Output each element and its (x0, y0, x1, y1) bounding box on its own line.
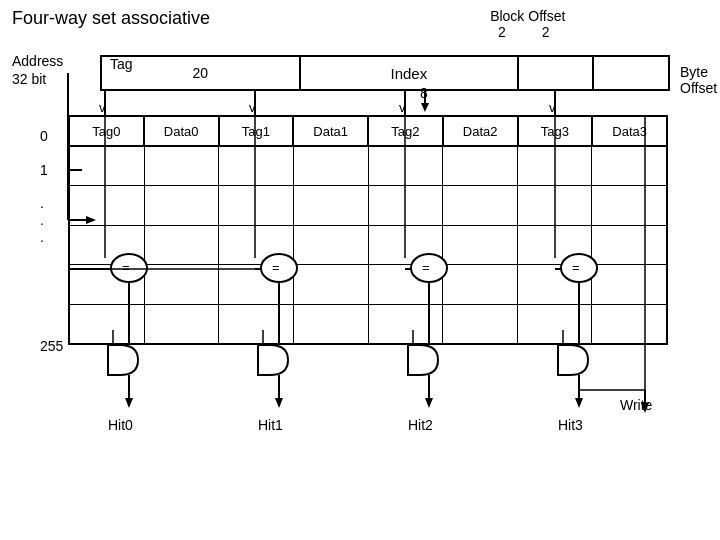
addr-bo2 (594, 57, 668, 89)
cell (518, 265, 593, 303)
svg-text:Hit2: Hit2 (408, 417, 433, 433)
svg-marker-44 (125, 398, 133, 408)
address-bar: Tag 20 Index (100, 55, 670, 91)
row-label-dot1: . (40, 195, 44, 211)
cell (518, 147, 593, 185)
svg-text:Hit3: Hit3 (558, 417, 583, 433)
diagram: Four-way set associative Block Offset 2 … (0, 0, 720, 540)
table-row (70, 147, 666, 186)
cache-table: Tag0 Data0 Tag1 Data1 Tag2 Data2 Tag3 Da… (68, 115, 668, 345)
cell (145, 265, 220, 303)
cell (443, 305, 518, 343)
svg-marker-45 (275, 398, 283, 408)
page-title: Four-way set associative (12, 8, 210, 29)
cell (219, 147, 294, 185)
row-label-dot3: . (40, 229, 44, 245)
cell (219, 226, 294, 264)
table-row (70, 186, 666, 225)
col-data2: Data2 (444, 117, 519, 145)
row-label-dot2: . (40, 212, 44, 228)
col-data0: Data0 (145, 117, 220, 145)
cell (592, 226, 666, 264)
cell (518, 305, 593, 343)
row-label-0: 0 (40, 128, 48, 144)
col-tag0: Tag0 (70, 117, 145, 145)
address-label: Address 32 bit (12, 52, 63, 88)
cell (219, 186, 294, 224)
svg-text:v: v (99, 100, 106, 115)
addr-tag-label: Tag (110, 56, 133, 72)
cell (443, 265, 518, 303)
cell (219, 265, 294, 303)
svg-marker-56 (641, 403, 649, 413)
svg-marker-47 (575, 398, 583, 408)
cell (592, 265, 666, 303)
addr-index-label: Index (390, 65, 427, 82)
cell (443, 147, 518, 185)
addr-bo1 (519, 57, 593, 89)
svg-text:Hit0: Hit0 (108, 417, 133, 433)
cell (294, 186, 369, 224)
cache-header: Tag0 Data0 Tag1 Data1 Tag2 Data2 Tag3 Da… (70, 117, 666, 147)
cell (369, 265, 444, 303)
cell (145, 305, 220, 343)
cell (518, 226, 593, 264)
addr-tag-section: Tag 20 (102, 57, 301, 89)
svg-marker-46 (425, 398, 433, 408)
cell (70, 265, 145, 303)
cell (592, 186, 666, 224)
cell (443, 226, 518, 264)
cell (70, 186, 145, 224)
cell (294, 226, 369, 264)
cell (369, 147, 444, 185)
row-label-255: 255 (40, 338, 63, 354)
col-data1: Data1 (294, 117, 369, 145)
cache-body (70, 147, 666, 343)
table-row (70, 305, 666, 343)
svg-text:Hit1: Hit1 (258, 417, 283, 433)
svg-text:Write: Write (620, 397, 653, 413)
cell (294, 265, 369, 303)
cell (70, 226, 145, 264)
col-tag1: Tag1 (220, 117, 295, 145)
cell (592, 305, 666, 343)
byte-offset-label: Byte Offset (680, 64, 720, 96)
row-label-1: 1 (40, 162, 48, 178)
col-tag3: Tag3 (519, 117, 594, 145)
cell (294, 305, 369, 343)
cell (369, 305, 444, 343)
cell (518, 186, 593, 224)
cell (219, 305, 294, 343)
cell (592, 147, 666, 185)
svg-text:v: v (399, 100, 406, 115)
svg-text:v: v (249, 100, 256, 115)
cell (443, 186, 518, 224)
addr-tag-bits: 20 (193, 65, 209, 81)
cell (70, 147, 145, 185)
svg-text:v: v (549, 100, 556, 115)
cell (145, 147, 220, 185)
table-row (70, 265, 666, 304)
cell (145, 186, 220, 224)
col-tag2: Tag2 (369, 117, 444, 145)
cell (294, 147, 369, 185)
svg-marker-1 (421, 103, 429, 112)
col-data3: Data3 (593, 117, 666, 145)
cell (145, 226, 220, 264)
table-row (70, 226, 666, 265)
cell (369, 186, 444, 224)
block-offset-label: Block Offset 2 2 (490, 8, 565, 40)
cell (369, 226, 444, 264)
addr-index-section: Index (301, 57, 519, 89)
cell (70, 305, 145, 343)
